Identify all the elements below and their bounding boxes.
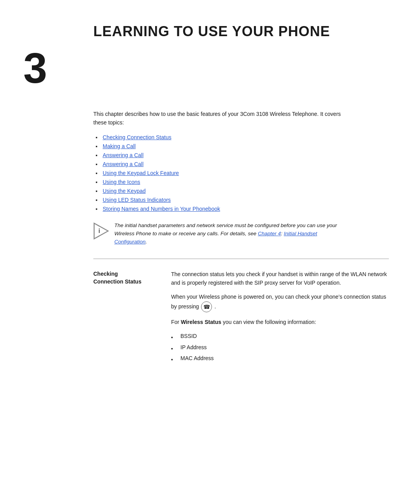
toc-link[interactable]: Answering a Call xyxy=(103,161,144,167)
toc-bullet xyxy=(93,170,100,177)
toc-bullet xyxy=(93,135,100,141)
toc-item: Checking Connection Status xyxy=(93,134,342,141)
toc-item: Answering a Call xyxy=(93,152,342,159)
toc-link[interactable]: Using the Keypad Lock Feature xyxy=(103,170,179,176)
toc-link[interactable]: Answering a Call xyxy=(103,152,144,158)
toc-item: Using the Keypad xyxy=(93,188,342,194)
toc-link[interactable]: Storing Names and Numbers in Your Phoneb… xyxy=(103,206,220,212)
chapter-number: 3 xyxy=(23,47,47,89)
page: 3 LEARNING TO USE YOUR PHONE This chapte… xyxy=(0,0,420,504)
status-bullet xyxy=(171,343,177,352)
toc-link[interactable]: Checking Connection Status xyxy=(103,134,172,140)
status-item-text: BSSID xyxy=(180,332,197,340)
toc-bullet xyxy=(93,161,100,168)
toc-link[interactable]: Using the Icons xyxy=(103,179,140,185)
checking-para3: For Wireless Status you can view the fol… xyxy=(171,318,389,326)
svg-marker-0 xyxy=(94,223,108,239)
left-margin: 3 xyxy=(0,0,86,504)
checking-para3-after: you can view the following information: xyxy=(221,319,316,325)
checking-para3-bold: Wireless Status xyxy=(181,319,221,325)
section-checking-connection: Checking Connection Status The connectio… xyxy=(93,259,389,365)
phone-icon: ☎ xyxy=(201,301,212,312)
checking-para1: The connection status lets you check if … xyxy=(171,270,389,287)
section-body-checking: The connection status lets you check if … xyxy=(171,270,389,365)
status-item: IP Address xyxy=(171,343,389,352)
status-item-text: MAC Address xyxy=(180,354,214,362)
toc-item: Using the Icons xyxy=(93,179,342,186)
info-note-text-after: . xyxy=(145,239,147,245)
info-note-link1[interactable]: Chapter 4 xyxy=(258,231,281,236)
info-note-text: The initial handset parameters and netwo… xyxy=(114,222,342,246)
toc-item: Answering a Call xyxy=(93,161,342,168)
chapter-title: LEARNING TO USE YOUR PHONE xyxy=(93,23,389,40)
status-bullet xyxy=(171,332,177,341)
toc-bullet xyxy=(93,179,100,186)
main-content: LEARNING TO USE YOUR PHONE This chapter … xyxy=(86,0,420,504)
info-note-text-between: : xyxy=(281,231,284,236)
toc-bullet xyxy=(93,152,100,159)
status-bullet xyxy=(171,354,177,363)
section-label-line2: Connection Status xyxy=(93,278,142,285)
checking-para2: When your Wireless phone is powered on, … xyxy=(171,292,389,312)
checking-para2-after: . xyxy=(214,303,216,309)
info-icon: i xyxy=(93,222,109,240)
status-list: BSSIDIP AddressMAC Address xyxy=(171,332,389,363)
toc-item: Storing Names and Numbers in Your Phoneb… xyxy=(93,206,342,212)
toc-link[interactable]: Using the Keypad xyxy=(103,188,146,194)
toc-bullet xyxy=(93,144,100,150)
toc-list: Checking Connection StatusMaking a CallA… xyxy=(93,134,342,212)
info-note-box: i The initial handset parameters and net… xyxy=(93,222,342,246)
status-item-text: IP Address xyxy=(180,343,206,352)
toc-bullet xyxy=(93,188,100,194)
status-item: MAC Address xyxy=(171,354,389,363)
svg-text:i: i xyxy=(98,228,100,234)
toc-item: Making a Call xyxy=(93,143,342,150)
intro-paragraph: This chapter describes how to use the ba… xyxy=(93,110,342,127)
checking-para3-before: For xyxy=(171,319,181,325)
toc-link[interactable]: Making a Call xyxy=(103,143,136,149)
toc-bullet xyxy=(93,206,100,212)
toc-bullet xyxy=(93,197,100,203)
section-label-title: Checking Connection Status xyxy=(93,270,163,286)
status-item: BSSID xyxy=(171,332,389,341)
section-label-line1: Checking xyxy=(93,271,118,277)
toc-item: Using the Keypad Lock Feature xyxy=(93,170,342,177)
toc-link[interactable]: Using LED Status Indicators xyxy=(103,197,171,203)
section-label-checking: Checking Connection Status xyxy=(93,270,171,365)
toc-item: Using LED Status Indicators xyxy=(93,197,342,203)
